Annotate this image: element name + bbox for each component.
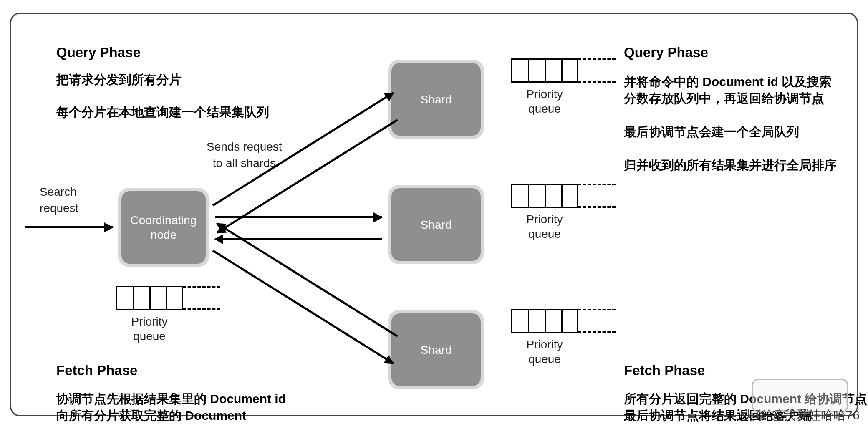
coordinating-node-label: Coordinating node [121, 191, 206, 264]
arrow-search-request [25, 226, 113, 228]
priority-queue-shard3: Priority queue [511, 309, 578, 366]
search-request-label: Search request [40, 184, 78, 216]
coordinating-node: Coordinating node [118, 188, 209, 267]
priority-queue-shard3-label: Priority queue [511, 337, 578, 366]
shard-node-2-label: Shard [391, 188, 481, 261]
shard-node-3: Shard [388, 310, 484, 389]
priority-queue-shard1: Priority queue [511, 58, 578, 116]
priority-queue-shard2: Priority queue [511, 184, 578, 241]
right-fetch-phase-heading: Fetch Phase [624, 361, 705, 380]
right-query-line3: 最后协调节点会建一个全局队列 [624, 123, 799, 141]
shard-node-3-label: Shard [391, 313, 481, 386]
sends-request-label: Sends request to all shards [207, 139, 282, 171]
priority-queue-coord-label: Priority queue [116, 314, 183, 343]
priority-queue-shard2-label: Priority queue [511, 212, 578, 241]
shard-node-2: Shard [388, 185, 484, 264]
priority-queue-shard1-label: Priority queue [511, 87, 578, 116]
shard-node-1-label: Shard [391, 63, 481, 136]
left-fetch-phase-heading: Fetch Phase [56, 361, 137, 380]
shard-node-1: Shard [388, 60, 484, 139]
left-query-phase-heading: Query Phase [56, 43, 141, 62]
watermark-text: 头条 @我爱娃哈哈76 [742, 407, 860, 424]
right-query-phase-heading: Query Phase [624, 43, 708, 62]
left-query-line2: 每个分片在本地查询建一个结果集队列 [56, 103, 269, 121]
left-fetch-line1: 协调节点先根据结果集里的 Document id [56, 390, 286, 408]
right-query-line4: 归并收到的所有结果集并进行全局排序 [624, 156, 837, 174]
right-query-line1: 并将命令中的 Document id 以及搜索 [624, 73, 832, 91]
right-query-line2: 分数存放队列中，再返回给协调节点 [624, 90, 824, 107]
arrow-to-shard2 [215, 216, 382, 218]
left-query-line1: 把请求分发到所有分片 [56, 71, 182, 88]
left-fetch-line2: 向所有分片获取完整的 Document [56, 407, 246, 424]
priority-queue-coord: Priority queue [116, 286, 183, 343]
